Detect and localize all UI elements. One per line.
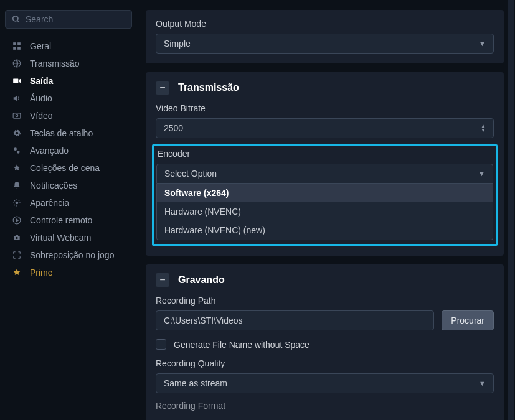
section-title: Gravando	[178, 274, 225, 286]
spinner-icon[interactable]: ▲▼	[481, 124, 486, 133]
section-title: Transmissão	[178, 82, 239, 93]
encoder-select[interactable]: Select Option ▼	[156, 164, 493, 184]
recording-path-value: C:\Users\STI\Videos	[164, 315, 243, 325]
appearance-icon	[11, 198, 22, 207]
svg-rect-7	[13, 79, 18, 83]
overlay-icon	[11, 251, 22, 259]
encoder-option[interactable]: Software (x264)	[157, 184, 493, 202]
output-mode-value: Simple	[164, 39, 191, 49]
svg-rect-3	[17, 42, 21, 45]
sidebar: Geral Transmissão Saída Áudio Vídeo Tecl…	[0, 0, 137, 420]
svg-rect-2	[13, 42, 16, 45]
sidebar-item-sobreposicao[interactable]: Sobreposição no jogo	[5, 246, 132, 264]
sidebar-item-saida[interactable]: Saída	[5, 72, 132, 90]
sidebar-item-label: Transmissão	[30, 58, 80, 68]
svg-rect-8	[13, 113, 21, 118]
sidebar-item-video[interactable]: Vídeo	[5, 107, 132, 124]
chevron-down-icon: ▼	[479, 40, 486, 47]
recording-format-label: Recording Format	[156, 401, 494, 411]
gear-icon	[11, 129, 22, 138]
sidebar-item-label: Coleções de cena	[30, 163, 100, 173]
sidebar-item-webcam[interactable]: Virtual Webcam	[5, 229, 132, 246]
play-icon	[11, 216, 22, 225]
encoder-label: Encoder	[156, 149, 493, 159]
svg-point-14	[16, 237, 18, 240]
encoder-option[interactable]: Hardware (NVENC) (new)	[157, 221, 493, 240]
output-mode-label: Output Mode	[156, 19, 494, 29]
svg-point-10	[14, 147, 17, 151]
video-icon	[11, 111, 22, 120]
main-content: Output Mode Simple ▼ − Transmissão Video…	[137, 0, 515, 420]
bell-icon	[11, 181, 22, 190]
scrollbar[interactable]	[508, 0, 514, 420]
encoder-option[interactable]: Hardware (NVENC)	[157, 202, 493, 221]
encoder-highlight: Encoder Select Option ▼ Software (x264) …	[152, 144, 498, 246]
video-bitrate-value: 2500	[164, 123, 183, 133]
recording-path-label: Recording Path	[156, 296, 494, 306]
recording-path-input[interactable]: C:\Users\STI\Videos	[156, 310, 434, 330]
sidebar-item-controle[interactable]: Controle remoto	[5, 212, 132, 229]
sidebar-item-label: Sobreposição no jogo	[30, 250, 114, 260]
collapse-button[interactable]: −	[156, 273, 169, 287]
output-mode-select[interactable]: Simple ▼	[156, 34, 494, 54]
no-space-row[interactable]: Generate File Name without Space	[156, 339, 494, 350]
sidebar-item-label: Aparência	[30, 198, 69, 208]
sidebar-item-label: Geral	[30, 41, 51, 51]
star-icon	[11, 268, 22, 277]
chevron-down-icon: ▼	[478, 170, 485, 177]
sidebar-item-transmissao[interactable]: Transmissão	[5, 55, 132, 72]
section-header: − Gravando	[156, 273, 494, 287]
camera-icon	[11, 233, 22, 242]
sidebar-item-label: Áudio	[30, 93, 52, 103]
svg-line-1	[17, 21, 19, 22]
svg-point-0	[13, 16, 18, 21]
svg-point-11	[17, 151, 20, 154]
chevron-down-icon: ▼	[479, 380, 486, 387]
scene-icon	[11, 164, 22, 172]
sidebar-item-label: Saída	[30, 76, 53, 86]
sidebar-item-prime[interactable]: Prime	[5, 264, 132, 281]
collapse-button[interactable]: −	[156, 81, 169, 95]
search-box[interactable]	[5, 10, 132, 29]
sidebar-item-audio[interactable]: Áudio	[5, 90, 132, 107]
output-icon	[11, 77, 22, 85]
video-bitrate-input[interactable]: 2500 ▲▼	[156, 118, 494, 138]
advanced-icon	[11, 146, 22, 155]
sidebar-item-label: Prime	[30, 268, 53, 278]
sidebar-item-notificacoes[interactable]: Notificações	[5, 177, 132, 194]
browse-button[interactable]: Procurar	[442, 310, 494, 330]
encoder-placeholder: Select Option	[164, 169, 217, 179]
sidebar-item-geral[interactable]: Geral	[5, 37, 132, 55]
svg-rect-4	[13, 47, 16, 50]
output-mode-panel: Output Mode Simple ▼	[146, 10, 504, 63]
video-bitrate-label: Video Bitrate	[156, 103, 494, 113]
search-input[interactable]	[26, 14, 135, 24]
sidebar-item-label: Teclas de atalho	[30, 128, 93, 138]
recording-quality-label: Recording Quality	[156, 358, 494, 368]
checkbox[interactable]	[156, 339, 166, 350]
sidebar-item-teclas[interactable]: Teclas de atalho	[5, 124, 132, 142]
encoder-dropdown: Software (x264) Hardware (NVENC) Hardwar…	[156, 184, 493, 240]
svg-point-12	[16, 202, 19, 205]
transmissao-panel: − Transmissão Video Bitrate 2500 ▲▼ Enco…	[146, 72, 504, 256]
svg-rect-5	[17, 47, 21, 50]
recording-quality-value: Same as stream	[164, 378, 227, 388]
sidebar-item-label: Virtual Webcam	[30, 233, 91, 243]
sidebar-item-label: Vídeo	[30, 111, 53, 121]
audio-icon	[11, 94, 22, 103]
gravando-panel: − Gravando Recording Path C:\Users\STI\V…	[146, 264, 504, 420]
recording-quality-select[interactable]: Same as stream ▼	[156, 373, 494, 393]
sidebar-item-label: Controle remoto	[30, 215, 92, 225]
globe-icon	[11, 59, 22, 68]
sidebar-item-label: Avançado	[30, 146, 69, 156]
sidebar-item-colecoes[interactable]: Coleções de cena	[5, 159, 132, 177]
grid-icon	[11, 42, 22, 50]
no-space-label: Generate File Name without Space	[174, 340, 309, 350]
sidebar-item-avancado[interactable]: Avançado	[5, 142, 132, 159]
search-icon	[12, 15, 21, 24]
sidebar-item-aparencia[interactable]: Aparência	[5, 194, 132, 212]
svg-point-9	[16, 114, 18, 117]
sidebar-item-label: Notificações	[30, 180, 77, 190]
section-header: − Transmissão	[156, 81, 494, 95]
